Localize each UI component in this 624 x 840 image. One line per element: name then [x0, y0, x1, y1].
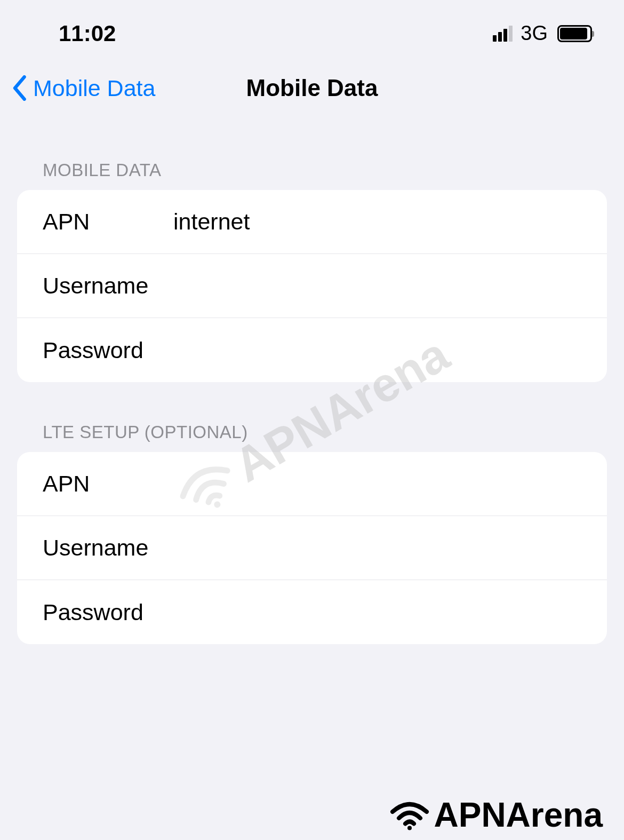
back-button[interactable]: Mobile Data	[11, 75, 155, 101]
username-input[interactable]	[173, 273, 581, 299]
page-title: Mobile Data	[246, 75, 378, 101]
lte-username-label: Username	[43, 535, 173, 561]
chevron-left-icon	[11, 75, 28, 101]
password-label: Password	[43, 337, 173, 363]
password-row[interactable]: Password	[17, 318, 607, 382]
lte-apn-label: APN	[43, 471, 173, 497]
battery-icon	[557, 25, 592, 42]
username-label: Username	[43, 273, 173, 299]
mobile-data-section-header: MOBILE DATA	[17, 160, 607, 190]
password-input[interactable]	[173, 337, 581, 363]
lte-password-row[interactable]: Password	[17, 580, 607, 644]
lte-password-input[interactable]	[173, 599, 581, 625]
back-label: Mobile Data	[33, 75, 155, 101]
wifi-icon	[388, 799, 431, 831]
svg-point-1	[407, 826, 412, 830]
cellular-signal-icon	[493, 26, 513, 42]
watermark-bottom: APNArena	[388, 795, 603, 835]
lte-password-label: Password	[43, 599, 173, 625]
username-row[interactable]: Username	[17, 254, 607, 318]
lte-apn-input[interactable]	[173, 471, 581, 497]
lte-username-input[interactable]	[173, 535, 581, 561]
apn-label: APN	[43, 209, 173, 235]
lte-setup-group: APN Username Password	[17, 452, 607, 644]
lte-setup-section-header: LTE SETUP (OPTIONAL)	[17, 422, 607, 452]
navigation-bar: Mobile Data Mobile Data	[0, 59, 624, 123]
status-bar: 11:02 3G	[0, 0, 624, 59]
mobile-data-group: APN Username Password	[17, 190, 607, 382]
apn-input[interactable]	[173, 209, 581, 235]
lte-apn-row[interactable]: APN	[17, 452, 607, 516]
network-type-label: 3G	[521, 22, 548, 45]
status-time: 11:02	[59, 21, 116, 46]
lte-username-row[interactable]: Username	[17, 516, 607, 580]
apn-row[interactable]: APN	[17, 190, 607, 254]
content-area: MOBILE DATA APN Username Password LTE SE…	[0, 123, 624, 644]
status-indicators: 3G	[493, 22, 592, 45]
